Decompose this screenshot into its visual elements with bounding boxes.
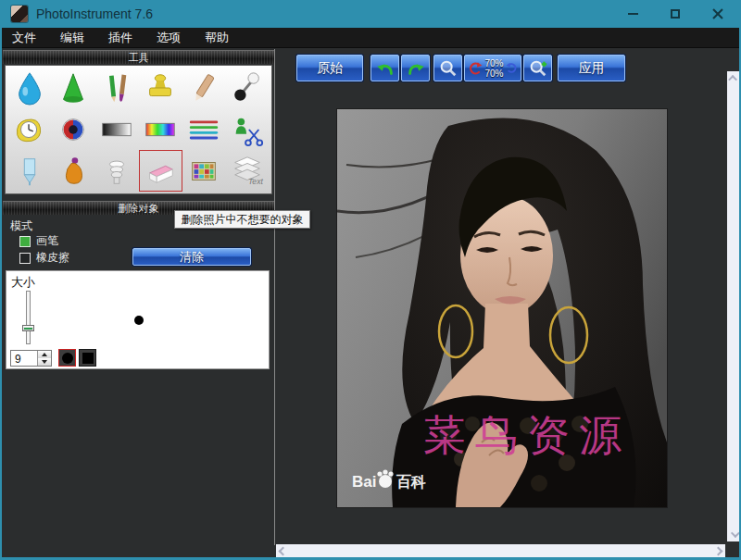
tool-bulb[interactable] [94, 150, 138, 192]
size-spinbox[interactable]: 9 [10, 350, 52, 367]
size-label: 大小 [11, 274, 35, 291]
tool-smudge[interactable] [182, 68, 226, 109]
tool-eraser-selected[interactable] [139, 150, 182, 192]
spin-down-button[interactable] [38, 358, 51, 366]
scroll-down-icon[interactable] [730, 529, 739, 538]
tool-tube[interactable] [7, 150, 51, 192]
tools-header: 工具 [3, 50, 274, 64]
tool-text-layers[interactable]: Text [226, 150, 270, 192]
close-icon [712, 8, 723, 19]
brush-preview-dot [134, 316, 144, 325]
brush-label: 画笔 [36, 233, 58, 249]
brush-checkbox-row[interactable]: 画笔 [19, 233, 58, 249]
maximize-button[interactable] [654, 0, 697, 28]
tooltip: 删除照片中不想要的对象 [174, 210, 310, 229]
text-tool-label: Text [248, 177, 263, 186]
eraser-label: 橡皮擦 [36, 250, 69, 266]
zoom-percent-h: 70% [484, 58, 503, 68]
scroll-right-icon[interactable] [714, 546, 723, 555]
scrollbar-corner [725, 544, 740, 557]
tool-draw-brush[interactable] [94, 68, 138, 109]
horizontal-scrollbar[interactable] [276, 544, 725, 557]
eraser-checkbox[interactable] [19, 253, 31, 264]
scroll-left-icon[interactable] [279, 546, 288, 555]
tools-grid: Text [5, 65, 272, 194]
vertical-scrollbar[interactable] [727, 71, 740, 541]
menu-edit[interactable]: 编辑 [50, 28, 94, 48]
tool-rainbow-gradient[interactable] [139, 109, 182, 151]
brush-checkbox[interactable] [19, 236, 31, 247]
square-tip-button[interactable] [79, 349, 96, 367]
original-button[interactable]: 原始 [296, 55, 363, 81]
size-slider-track[interactable] [26, 291, 31, 344]
spin-down-icon [42, 360, 47, 364]
tool-texture-box[interactable] [182, 150, 226, 192]
title-bar: PhotoInstrument 7.6 [2, 0, 739, 28]
tool-color-lines[interactable] [182, 109, 226, 151]
maximize-icon [671, 9, 680, 19]
tool-cone[interactable] [51, 68, 94, 109]
zoom-in-button[interactable] [523, 55, 552, 81]
app-window: PhotoInstrument 7.6 文件 编辑 插件 选项 帮助 工具 [0, 0, 741, 560]
photo-canvas[interactable]: 菜鸟资源 Bai 百科 [337, 109, 667, 507]
tool-stamp[interactable] [139, 68, 182, 109]
menu-help[interactable]: 帮助 [195, 28, 239, 48]
circle-icon [62, 353, 73, 364]
rotate-zoom-display[interactable]: 70% 70% [464, 55, 521, 81]
spin-up-button[interactable] [38, 351, 51, 358]
scroll-up-icon[interactable] [728, 75, 737, 84]
apply-button[interactable]: 应用 [558, 55, 625, 81]
tool-grayscale-gradient[interactable] [94, 109, 138, 151]
tool-clone-scissors[interactable] [226, 109, 270, 151]
menu-bar: 文件 编辑 插件 选项 帮助 [2, 28, 739, 48]
minimize-button[interactable] [611, 0, 654, 28]
tool-color-iris[interactable] [51, 109, 94, 151]
zoom-out-button[interactable] [433, 55, 462, 81]
baidu-logo-prefix: Bai [352, 473, 376, 491]
tool-pin[interactable] [226, 68, 270, 109]
rotate-left-icon [468, 61, 483, 76]
square-icon [82, 353, 94, 364]
close-button[interactable] [697, 0, 739, 28]
size-panel: 大小 9 [6, 270, 270, 369]
undo-icon [375, 58, 396, 79]
baidu-logo-suffix: 百科 [396, 474, 426, 490]
app-icon [11, 6, 28, 22]
eraser-checkbox-row[interactable]: 橡皮擦 [19, 250, 69, 266]
redo-button[interactable] [401, 55, 430, 81]
zoom-percent-v: 70% [484, 68, 503, 79]
spin-up-icon [42, 353, 47, 356]
window-title: PhotoInstrument 7.6 [36, 6, 153, 21]
zoom-out-icon [438, 58, 458, 79]
minimize-icon [628, 13, 638, 15]
round-tip-button[interactable] [58, 349, 76, 367]
tool-liquify-drop[interactable] [7, 68, 51, 109]
clear-button[interactable]: 清除 [132, 248, 251, 266]
top-toolbar: 原始 70% 70% 应用 [277, 53, 740, 84]
tool-clock[interactable] [7, 109, 51, 151]
tool-bottle[interactable] [51, 150, 94, 192]
undo-button[interactable] [370, 55, 399, 81]
size-slider-handle[interactable] [22, 325, 34, 331]
left-panel: 工具 [3, 49, 275, 545]
menu-plugins[interactable]: 插件 [98, 28, 143, 48]
size-value: 9 [11, 351, 37, 366]
watermark-text: 菜鸟资源 [423, 411, 631, 459]
mode-label: 模式 [10, 218, 32, 234]
rotate-right-icon [506, 62, 518, 74]
menu-file[interactable]: 文件 [2, 28, 46, 48]
zoom-in-icon [528, 58, 548, 79]
redo-icon [406, 58, 426, 79]
menu-options[interactable]: 选项 [146, 28, 191, 48]
